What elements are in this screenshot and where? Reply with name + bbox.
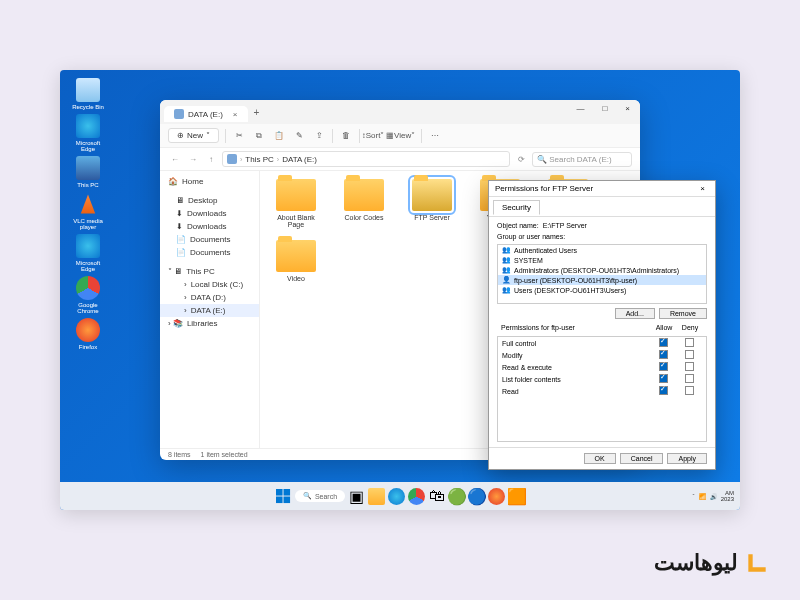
dialog-close-button[interactable]: × (696, 184, 709, 193)
remove-button[interactable]: Remove (659, 308, 707, 319)
allow-checkbox[interactable] (659, 362, 668, 371)
explorer-taskbar-icon[interactable] (368, 488, 385, 505)
recycle-bin-icon[interactable]: Recycle Bin (68, 78, 108, 110)
taskbar-search[interactable]: 🔍 Search (295, 490, 345, 502)
minimize-button[interactable]: — (572, 102, 588, 115)
deny-checkbox[interactable] (685, 374, 694, 383)
allow-checkbox[interactable] (659, 374, 668, 383)
rename-icon[interactable]: ✎ (292, 129, 306, 143)
deny-checkbox[interactable] (685, 350, 694, 359)
sort-button[interactable]: ↕ Sort ˅ (366, 129, 380, 143)
drive-icon (174, 109, 184, 119)
maximize-button[interactable]: □ (598, 102, 611, 115)
folder-aboutblank[interactable]: About Blank Page (268, 179, 324, 228)
deny-checkbox[interactable] (685, 362, 694, 371)
watermark-brand: لیوهاست (654, 550, 770, 576)
app2-taskbar-icon[interactable]: 🔵 (468, 488, 485, 505)
add-button[interactable]: Add... (615, 308, 655, 319)
group-item[interactable]: 👥 Authenticated Users (498, 245, 706, 255)
security-tab[interactable]: Security (493, 200, 540, 215)
group-item[interactable]: 👥 Users (DESKTOP-OU61HT3\Users) (498, 285, 706, 295)
task-view-icon[interactable]: ▣ (348, 488, 365, 505)
chrome-taskbar-icon[interactable] (408, 488, 425, 505)
new-button[interactable]: ⊕ New ˅ (168, 128, 219, 143)
app3-taskbar-icon[interactable]: 🟧 (508, 488, 525, 505)
group-item[interactable]: 👥 SYSTEM (498, 255, 706, 265)
share-icon[interactable]: ⇪ (312, 129, 326, 143)
explorer-tabs: DATA (E:) × + — □ × (160, 100, 640, 124)
copy-icon[interactable]: ⧉ (252, 129, 266, 143)
this-pc-icon[interactable]: This PC (68, 156, 108, 188)
wifi-icon[interactable]: 📶 (699, 493, 706, 500)
desktop-icons: Recycle Bin Microsoft Edge This PC VLC m… (68, 78, 108, 350)
svg-rect-1 (283, 489, 290, 496)
forward-button[interactable]: → (186, 152, 200, 166)
search-input[interactable]: 🔍 Search DATA (E:) (532, 152, 632, 167)
view-button[interactable]: ▦ View ˅ (386, 129, 415, 143)
brand-logo-icon (744, 550, 770, 576)
folder-colorcodes[interactable]: Color Codes (336, 179, 392, 228)
permissions-table: Full control Modify Read & execute List … (497, 336, 707, 442)
sidebar-home[interactable]: 🏠 Home (160, 175, 259, 188)
edge2-icon[interactable]: Microsoft Edge (68, 234, 108, 272)
sidebar-downloads[interactable]: ⬇ Downloads (160, 207, 259, 220)
firefox-icon[interactable]: Firefox (68, 318, 108, 350)
more-button[interactable]: ⋯ (428, 129, 442, 143)
svg-rect-3 (283, 496, 290, 503)
sidebar-libraries[interactable]: › 📚 Libraries (160, 317, 259, 330)
sidebar-documents2[interactable]: 📄 Documents (160, 246, 259, 259)
group-list[interactable]: 👥 Authenticated Users 👥 SYSTEM 👥 Adminis… (497, 244, 707, 304)
apply-button[interactable]: Apply (667, 453, 707, 464)
close-tab-icon[interactable]: × (233, 110, 238, 119)
taskbar-tray[interactable]: ˄ 📶 🔊 AM 2023 (692, 490, 734, 502)
sidebar-documents[interactable]: 📄 Documents (160, 233, 259, 246)
dialog-title: Permissions for FTP Server (495, 184, 593, 193)
chrome-icon[interactable]: Google Chrome (68, 276, 108, 314)
folder-video[interactable]: Video (268, 240, 324, 282)
back-button[interactable]: ← (168, 152, 182, 166)
sidebar-localc[interactable]: › Local Disk (C:) (160, 278, 259, 291)
sidebar-datae[interactable]: › DATA (E:) (160, 304, 259, 317)
volume-icon[interactable]: 🔊 (710, 493, 717, 500)
vlc-icon[interactable]: VLC media player (68, 192, 108, 230)
allow-checkbox[interactable] (659, 338, 668, 347)
group-item-selected[interactable]: 👤 ftp-user (DESKTOP-OU61HT3\ftp-user) (498, 275, 706, 285)
close-button[interactable]: × (621, 102, 634, 115)
paste-icon[interactable]: 📋 (272, 129, 286, 143)
refresh-button[interactable]: ⟳ (514, 152, 528, 166)
deny-checkbox[interactable] (685, 386, 694, 395)
sidebar-desktop[interactable]: 🖥 Desktop (160, 194, 259, 207)
allow-checkbox[interactable] (659, 386, 668, 395)
permissions-dialog: Permissions for FTP Server × Security Ob… (488, 180, 716, 470)
sidebar-downloads2[interactable]: ⬇ Downloads (160, 220, 259, 233)
folder-ftpserver[interactable]: FTP Server (404, 179, 460, 228)
allow-checkbox[interactable] (659, 350, 668, 359)
desktop: Recycle Bin Microsoft Edge This PC VLC m… (60, 70, 740, 510)
svg-rect-2 (276, 496, 283, 503)
start-button[interactable] (275, 488, 292, 505)
app-taskbar-icon[interactable]: 🟢 (448, 488, 465, 505)
cancel-button[interactable]: Cancel (620, 453, 664, 464)
breadcrumb[interactable]: › This PC › DATA (E:) (222, 151, 510, 167)
explorer-sidebar: 🏠 Home 🖥 Desktop ⬇ Downloads ⬇ Downloads… (160, 171, 260, 448)
store-taskbar-icon[interactable]: 🛍 (428, 488, 445, 505)
tab-data-e[interactable]: DATA (E:) × (164, 106, 248, 122)
group-item[interactable]: 👥 Administrators (DESKTOP-OU61HT3\Admini… (498, 265, 706, 275)
explorer-toolbar: ⊕ New ˅ ✂ ⧉ 📋 ✎ ⇪ 🗑 ↕ Sort ˅ ▦ View ˅ ⋯ (160, 124, 640, 148)
deny-checkbox[interactable] (685, 338, 694, 347)
taskbar: 🔍 Search ▣ 🛍 🟢 🔵 🟧 ˄ 📶 🔊 AM 2023 (60, 482, 740, 510)
sidebar-datad[interactable]: › DATA (D:) (160, 291, 259, 304)
cut-icon[interactable]: ✂ (232, 129, 246, 143)
edge-taskbar-icon[interactable] (388, 488, 405, 505)
delete-icon[interactable]: 🗑 (339, 129, 353, 143)
ok-button[interactable]: OK (584, 453, 616, 464)
svg-rect-0 (276, 489, 283, 496)
up-button[interactable]: ↑ (204, 152, 218, 166)
sidebar-thispc[interactable]: ˅ 🖥 This PC (160, 265, 259, 278)
tray-chevron-icon[interactable]: ˄ (692, 493, 695, 500)
pc-icon (227, 154, 237, 164)
firefox-taskbar-icon[interactable] (488, 488, 505, 505)
edge-icon[interactable]: Microsoft Edge (68, 114, 108, 152)
new-tab-button[interactable]: + (254, 107, 260, 118)
address-bar: ← → ↑ › This PC › DATA (E:) ⟳ 🔍 Search D… (160, 148, 640, 171)
